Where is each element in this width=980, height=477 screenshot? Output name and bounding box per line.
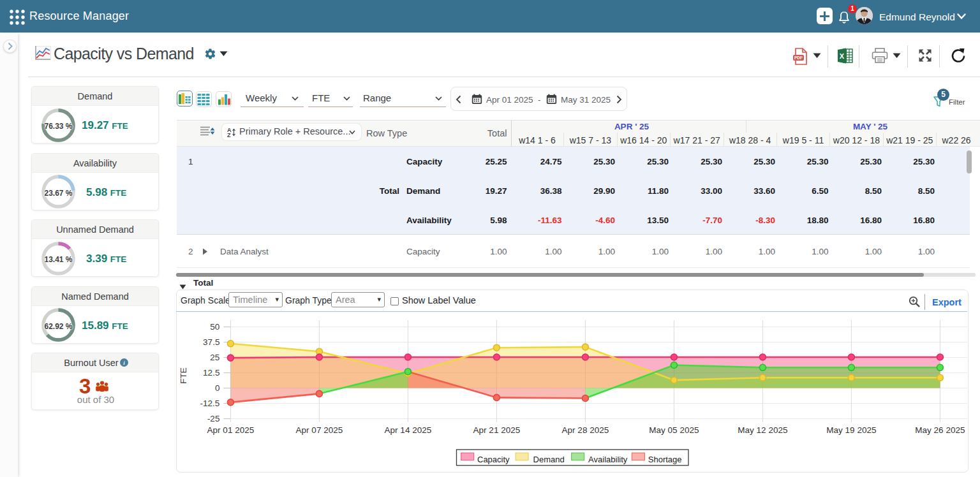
svg-text:X: X (840, 52, 845, 60)
svg-text:FTE: FTE (179, 367, 188, 384)
svg-text:Capacity: Capacity (477, 455, 510, 464)
svg-text:50: 50 (210, 322, 219, 332)
svg-text:Apr 14 2025: Apr 14 2025 (385, 425, 432, 435)
svg-text:May 26 2025: May 26 2025 (915, 425, 965, 435)
svg-text:Demand: Demand (533, 455, 565, 464)
svg-text:Apr 01 2025: Apr 01 2025 (207, 425, 255, 435)
svg-text:May 12 2025: May 12 2025 (738, 425, 787, 435)
svg-text:-12.5: -12.5 (200, 399, 220, 408)
svg-text:Apr 21 2025: Apr 21 2025 (473, 425, 521, 435)
svg-text:37.5: 37.5 (203, 337, 219, 347)
svg-text:-25: -25 (207, 414, 220, 423)
svg-text:Apr 28 2025: Apr 28 2025 (562, 425, 609, 435)
svg-text:Availability: Availability (588, 455, 628, 464)
svg-text:Shortage: Shortage (648, 455, 682, 464)
svg-text:PDF: PDF (794, 55, 803, 60)
svg-text:May 19 2025: May 19 2025 (826, 425, 876, 435)
svg-text:May 05 2025: May 05 2025 (649, 425, 699, 435)
svg-text:Apr 07 2025: Apr 07 2025 (296, 425, 343, 435)
svg-text:25: 25 (210, 353, 219, 362)
svg-text:0: 0 (215, 383, 220, 393)
svg-text:Z: Z (227, 132, 231, 137)
svg-text:12.5: 12.5 (203, 368, 219, 378)
